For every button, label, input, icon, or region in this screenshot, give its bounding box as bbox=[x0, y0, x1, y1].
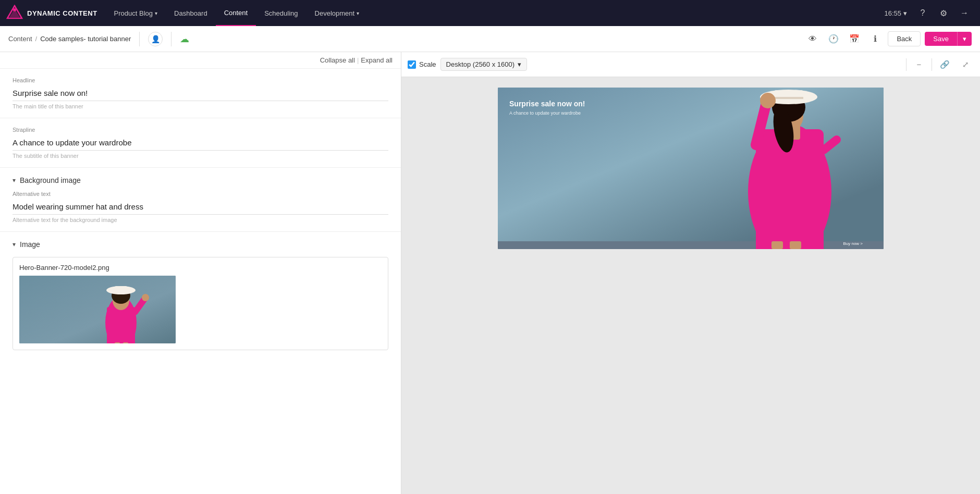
collapse-separator: | bbox=[357, 56, 359, 64]
image-section-header: ▾ Image bbox=[0, 232, 401, 253]
nav-dashboard[interactable]: Dashboard bbox=[166, 0, 216, 26]
zoom-out-icon: − bbox=[917, 60, 922, 69]
main-content: Collapse all | Expand all Headline The m… bbox=[0, 52, 980, 494]
alt-text-label: Alternative text bbox=[13, 191, 388, 197]
back-button[interactable]: Back bbox=[888, 31, 921, 46]
device-selector[interactable]: Desktop (2560 x 1600) ▾ bbox=[440, 58, 528, 71]
device-name: Desktop (2560 x 1600) bbox=[446, 60, 515, 68]
copy-link-button[interactable]: 🔗 bbox=[936, 56, 953, 73]
top-navigation: DYNAMIC CONTENT Product Blog ▾ Dashboard… bbox=[0, 0, 980, 26]
alt-text-section: Alternative text Alternative text for th… bbox=[0, 189, 401, 232]
app-name: DYNAMIC CONTENT bbox=[27, 9, 97, 17]
cloud-status-button[interactable]: ☁ bbox=[180, 33, 189, 45]
help-icon: ? bbox=[921, 8, 925, 18]
strapline-input[interactable] bbox=[13, 136, 388, 151]
svg-text:Surprise sale now on!: Surprise sale now on! bbox=[509, 100, 585, 108]
breadcrumb-actions: 👁 🕐 📅 ℹ Back Save ▾ bbox=[804, 31, 972, 47]
collapse-expand-bar: Collapse all | Expand all bbox=[0, 52, 401, 69]
user-icon: 👤 bbox=[151, 35, 160, 43]
strapline-section: Strapline The subtitle of this banner bbox=[0, 118, 401, 168]
strapline-hint: The subtitle of this banner bbox=[13, 153, 388, 159]
history-icon: 🕐 bbox=[828, 34, 839, 44]
image-preview bbox=[19, 276, 176, 343]
toolbar-divider-2 bbox=[932, 58, 932, 71]
svg-rect-30 bbox=[771, 241, 783, 249]
svg-text:Buy now >: Buy now > bbox=[843, 241, 863, 246]
svg-text:A chance to update your wardro: A chance to update your wardrobe bbox=[509, 110, 581, 116]
right-preview-panel: Scale Desktop (2560 x 1600) ▾ − 🔗 ⤢ bbox=[401, 52, 980, 494]
svg-rect-4 bbox=[19, 276, 176, 343]
cloud-icon: ☁ bbox=[180, 34, 189, 44]
svg-rect-14 bbox=[123, 342, 128, 343]
left-editor-panel: Collapse all | Expand all Headline The m… bbox=[0, 52, 401, 494]
expand-icon: ⤢ bbox=[962, 60, 969, 69]
svg-rect-6 bbox=[107, 307, 135, 343]
breadcrumb-root[interactable]: Content bbox=[8, 35, 32, 43]
expand-preview-button[interactable]: ⤢ bbox=[957, 56, 974, 73]
svg-rect-16 bbox=[498, 241, 884, 249]
background-image-collapse-icon[interactable]: ▾ bbox=[13, 177, 16, 184]
save-split-button[interactable]: ▾ bbox=[957, 32, 972, 46]
nav-development[interactable]: Development ▾ bbox=[307, 0, 368, 26]
nav-scheduling[interactable]: Scheduling bbox=[256, 0, 306, 26]
collapse-all-button[interactable]: Collapse all bbox=[320, 56, 355, 64]
history-button[interactable]: 🕐 bbox=[825, 31, 842, 47]
breadcrumb-divider-2 bbox=[171, 32, 172, 46]
alt-text-hint: Alternative text for the background imag… bbox=[13, 217, 388, 223]
breadcrumb-separator: / bbox=[35, 35, 38, 43]
scale-checkbox-input[interactable] bbox=[408, 60, 416, 69]
svg-point-2 bbox=[13, 8, 16, 11]
svg-point-28 bbox=[760, 93, 776, 108]
app-logo[interactable]: DYNAMIC CONTENT bbox=[6, 5, 97, 21]
image-box[interactable]: Hero-Banner-720-model2.png bbox=[13, 257, 388, 350]
breadcrumb-divider bbox=[139, 32, 140, 46]
image-section-title: Image bbox=[20, 240, 40, 249]
svg-rect-13 bbox=[115, 342, 120, 343]
preview-canvas: Surprise sale now on! A chance to update… bbox=[401, 77, 980, 494]
image-collapse-icon[interactable]: ▾ bbox=[13, 241, 16, 248]
breadcrumb-bar: Content / Code samples- tutorial banner … bbox=[0, 26, 980, 52]
eye-icon: 👁 bbox=[808, 34, 817, 44]
scale-toggle[interactable]: Scale bbox=[408, 60, 436, 69]
user-icon-button[interactable]: 👤 bbox=[148, 32, 163, 46]
time-chevron-icon: ▾ bbox=[903, 9, 907, 17]
alt-text-input[interactable] bbox=[13, 200, 388, 215]
info-button[interactable]: ℹ bbox=[867, 31, 884, 47]
settings-button[interactable]: ⚙ bbox=[934, 4, 953, 22]
save-button[interactable]: Save bbox=[925, 32, 957, 46]
background-image-header: ▾ Background image bbox=[0, 168, 401, 189]
headline-hint: The main title of this banner bbox=[13, 103, 388, 109]
strapline-label: Strapline bbox=[13, 127, 388, 133]
banner-preview: Surprise sale now on! A chance to update… bbox=[498, 88, 884, 249]
image-filename: Hero-Banner-720-model2.png bbox=[19, 264, 382, 271]
preview-toolbar: Scale Desktop (2560 x 1600) ▾ − 🔗 ⤢ bbox=[401, 52, 980, 77]
product-blog-chevron-icon: ▾ bbox=[155, 10, 157, 16]
svg-point-12 bbox=[142, 294, 149, 301]
scale-label: Scale bbox=[419, 60, 436, 68]
breadcrumb-current: Code samples- tutorial banner bbox=[40, 35, 131, 43]
eye-preview-button[interactable]: 👁 bbox=[804, 31, 821, 47]
image-upload-section: Hero-Banner-720-model2.png bbox=[0, 253, 401, 359]
device-chevron-icon: ▾ bbox=[518, 60, 521, 68]
development-chevron-icon: ▾ bbox=[357, 10, 359, 16]
svg-rect-31 bbox=[790, 241, 801, 249]
banner-image: Surprise sale now on! A chance to update… bbox=[498, 88, 884, 249]
help-button[interactable]: ? bbox=[913, 4, 932, 22]
svg-rect-26 bbox=[774, 97, 803, 99]
headline-label: Headline bbox=[13, 77, 388, 83]
headline-input[interactable] bbox=[13, 87, 388, 101]
zoom-out-button[interactable]: − bbox=[911, 56, 927, 73]
nav-product-blog[interactable]: Product Blog ▾ bbox=[106, 0, 166, 26]
save-split-chevron-icon: ▾ bbox=[963, 35, 966, 43]
settings-icon: ⚙ bbox=[940, 8, 947, 18]
calendar-icon: 📅 bbox=[849, 34, 860, 44]
info-icon: ℹ bbox=[874, 34, 877, 44]
expand-all-button[interactable]: Expand all bbox=[361, 56, 393, 64]
background-image-title: Background image bbox=[20, 176, 81, 184]
clock-display: 16:55 ▾ bbox=[880, 9, 911, 17]
nav-content[interactable]: Content bbox=[216, 0, 256, 26]
signout-button[interactable]: → bbox=[955, 4, 974, 22]
svg-rect-10 bbox=[115, 286, 127, 293]
calendar-button[interactable]: 📅 bbox=[846, 31, 863, 47]
toolbar-divider bbox=[906, 58, 906, 71]
